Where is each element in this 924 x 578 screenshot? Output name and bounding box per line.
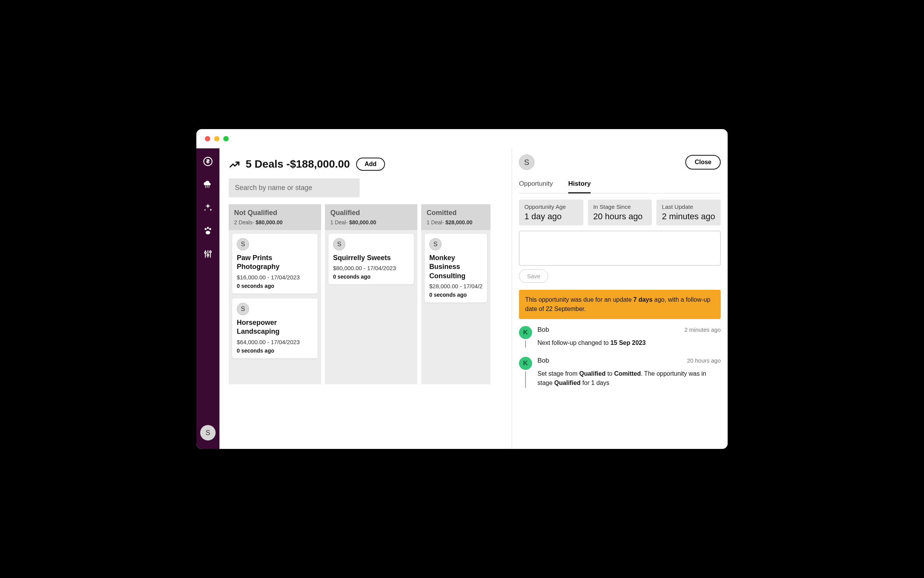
window-maximize-icon[interactable] [223, 136, 229, 141]
timeline-time: 2 minutes ago [685, 326, 721, 333]
svg-point-6 [204, 252, 206, 254]
overdue-warning: This opportunity was due for an update 7… [519, 290, 721, 319]
deal-card[interactable]: S Paw Prints Photography $16,000.00 - 17… [232, 233, 318, 294]
deal-updated-ago: 0 seconds ago [333, 274, 409, 280]
timeline-text: Set stage from Qualified to Comitted. Th… [537, 369, 721, 388]
paw-icon[interactable] [203, 225, 213, 236]
deal-updated-ago: 0 seconds ago [237, 348, 313, 354]
deal-meta: $80,000.00 - 17/04/2023 [333, 265, 409, 271]
column-title: Not Qualified [234, 209, 316, 217]
column-subtitle: 1 Deal- $28,000.00 [427, 219, 485, 225]
svg-point-1 [205, 228, 207, 230]
tab-opportunity[interactable]: Opportunity [519, 177, 553, 193]
deal-name: Monkey Business Consulting [429, 254, 482, 281]
deal-card[interactable]: S Squirrelly Sweets $80,000.00 - 17/04/2… [328, 233, 414, 285]
deals-board: 5 Deals -$188,000.00 Add Not Qualified 2… [219, 148, 512, 449]
trending-up-icon [229, 159, 239, 170]
deal-avatar: S [333, 238, 345, 250]
deal-updated-ago: 0 seconds ago [237, 283, 313, 289]
sparkles-icon[interactable] [203, 202, 213, 213]
deal-name: Paw Prints Photography [237, 254, 313, 272]
svg-point-10 [209, 251, 211, 252]
kanban-columns: Not Qualified 2 Deals- $80,000.00 S Paw … [229, 204, 512, 384]
stat-last-update: Last Update 2 minutes ago [656, 200, 721, 225]
column-title: Comitted [427, 209, 485, 217]
timeline-avatar: K [519, 357, 532, 370]
deal-avatar: S [429, 238, 442, 250]
svg-point-4 [206, 231, 210, 234]
svg-point-8 [207, 254, 209, 256]
left-nav: S [196, 148, 219, 449]
deal-updated-ago: 0 seconds ago [429, 292, 482, 298]
history-note-input[interactable] [519, 231, 721, 265]
stat-opportunity-age: Opportunity Age 1 day ago [519, 200, 583, 225]
close-button[interactable]: Close [685, 155, 721, 170]
panel-tabs: Opportunity History [519, 177, 721, 193]
board-title: 5 Deals -$188,000.00 [246, 158, 350, 170]
deal-avatar: S [237, 238, 249, 250]
weather-icon[interactable] [203, 179, 213, 190]
timeline-item: K Bob 2 minutes ago Next follow-up chang… [519, 326, 721, 348]
window-close-icon[interactable] [205, 136, 210, 141]
add-deal-button[interactable]: Add [356, 158, 385, 171]
svg-point-3 [209, 228, 211, 230]
tab-history[interactable]: History [568, 177, 591, 193]
timeline-connector [525, 341, 526, 348]
column-title: Qualified [330, 209, 412, 217]
column-comitted: Comitted 1 Deal- $28,000.00 S Monkey Bus… [421, 204, 490, 384]
deal-meta: $64,000.00 - 17/04/2023 [237, 339, 313, 345]
timeline-time: 20 hours ago [687, 357, 721, 364]
deal-name: Horsepower Landscaping [237, 318, 313, 336]
panel-avatar: S [519, 155, 534, 170]
search-input[interactable] [229, 178, 360, 197]
timeline-author: Bob [537, 326, 549, 334]
current-user-avatar[interactable]: S [200, 425, 216, 440]
window-minimize-icon[interactable] [214, 136, 219, 141]
timeline-author: Bob [537, 357, 549, 365]
history-timeline: K Bob 2 minutes ago Next follow-up chang… [519, 326, 721, 388]
dollar-icon[interactable] [203, 156, 213, 167]
deal-name: Squirrelly Sweets [333, 254, 409, 262]
deal-card[interactable]: S Horsepower Landscaping $64,000.00 - 17… [232, 298, 318, 359]
save-button[interactable]: Save [519, 269, 548, 283]
app-window: S 5 Deals -$188,000.00 Add Not Qualified [196, 129, 728, 449]
timeline-text: Next follow-up changed to 15 Sep 2023 [537, 338, 721, 348]
column-subtitle: 2 Deals- $80,000.00 [234, 219, 316, 225]
timeline-item: K Bob 20 hours ago Set stage from Qualif… [519, 357, 721, 388]
stat-in-stage-since: In Stage Since 20 hours ago [588, 200, 652, 225]
sliders-icon[interactable] [203, 249, 213, 259]
timeline-connector [525, 371, 526, 388]
svg-point-2 [207, 227, 209, 229]
deal-avatar: S [237, 303, 249, 315]
deal-card[interactable]: S Monkey Business Consulting $28,000.00 … [424, 233, 487, 303]
deal-meta: $16,000.00 - 17/04/2023 [237, 274, 313, 281]
title-bar [196, 129, 728, 148]
timeline-avatar: K [519, 326, 532, 339]
column-qualified: Qualified 1 Deal- $80,000.00 S Squirrell… [325, 204, 417, 384]
column-not-qualified: Not Qualified 2 Deals- $80,000.00 S Paw … [229, 204, 321, 384]
detail-panel: S Close Opportunity History Opportunity … [512, 148, 728, 449]
column-subtitle: 1 Deal- $80,000.00 [330, 219, 412, 225]
deal-meta: $28,000.00 - 17/04/2023 [429, 283, 482, 289]
